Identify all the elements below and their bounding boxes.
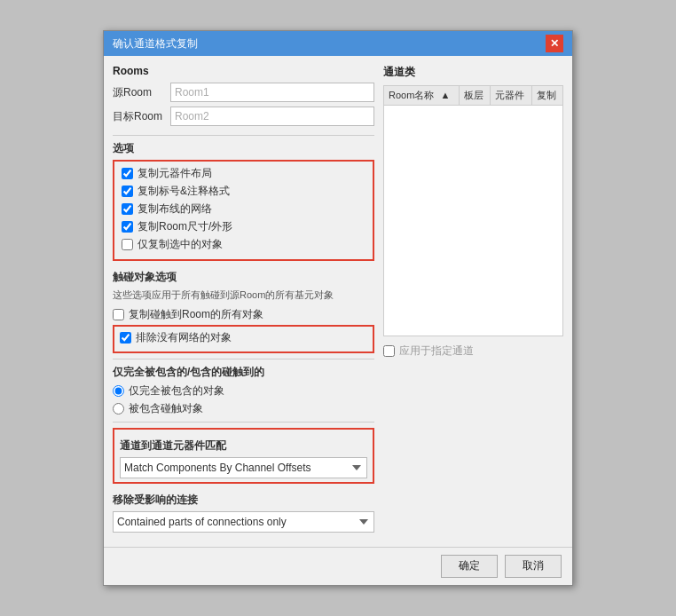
channel-match-dropdown-row: Match Components By Channel Offsets Matc… bbox=[120, 457, 367, 478]
left-panel: Rooms 源Room 目标Room 选项 复制元器件布局 bbox=[113, 65, 374, 537]
source-room-label: 源Room bbox=[113, 85, 170, 100]
options-title: 选项 bbox=[113, 141, 374, 156]
remove-title: 移除受影响的连接 bbox=[113, 493, 374, 508]
exclude-no-net-box: 排除没有网络的对象 bbox=[113, 325, 374, 353]
option-1-checkbox[interactable] bbox=[122, 168, 133, 179]
copy-all-label: 复制碰触到Room的所有对象 bbox=[129, 307, 263, 322]
option-2-checkbox[interactable] bbox=[122, 186, 133, 197]
touch-options-title: 触碰对象选项 bbox=[113, 270, 374, 285]
col-room-name[interactable]: Room名称 ▲ bbox=[384, 86, 460, 106]
option-2-label: 复制标号&注释格式 bbox=[138, 184, 230, 199]
empty-row bbox=[384, 106, 563, 336]
divider-1 bbox=[113, 135, 374, 136]
apply-label: 应用于指定通道 bbox=[399, 344, 474, 359]
touch-contained-row: 被包含碰触对象 bbox=[113, 401, 374, 416]
divider-3 bbox=[113, 422, 374, 423]
touch-options-desc: 这些选项应用于所有触碰到源Room的所有基元对象 bbox=[113, 288, 374, 302]
channel-type-title: 通道类 bbox=[383, 65, 563, 80]
col-room-name-text: Room名称 bbox=[389, 90, 434, 100]
option-4-label: 复制Room尺寸/外形 bbox=[138, 219, 232, 234]
dialog-title: 确认通道格式复制 bbox=[113, 36, 198, 51]
option-3-checkbox[interactable] bbox=[122, 203, 133, 215]
target-room-label: 目标Room bbox=[113, 109, 170, 124]
option-2-row: 复制标号&注释格式 bbox=[122, 184, 366, 199]
col-copy[interactable]: 复制 bbox=[531, 86, 562, 106]
copy-all-checkbox[interactable] bbox=[113, 309, 124, 320]
option-3-row: 复制布线的网络 bbox=[122, 201, 366, 217]
rooms-title: Rooms bbox=[113, 65, 374, 77]
sort-icon: ▲ bbox=[440, 90, 450, 100]
titlebar: 确认通道格式复制 ✕ bbox=[104, 31, 572, 56]
col-component-text: 元器件 bbox=[495, 90, 524, 100]
options-box: 复制元器件布局 复制标号&注释格式 复制布线的网络 复制Room尺寸/外形 bbox=[113, 160, 374, 261]
col-component[interactable]: 元器件 bbox=[491, 86, 532, 106]
dialog: 确认通道格式复制 ✕ Rooms 源Room 目标Room 选项 bbox=[103, 30, 573, 585]
source-room-row: 源Room bbox=[113, 83, 374, 102]
col-layer[interactable]: 板层 bbox=[460, 86, 491, 106]
channel-match-dropdown[interactable]: Match Components By Channel Offsets Matc… bbox=[120, 457, 367, 478]
fully-contained-row: 仅完全被包含的对象 bbox=[113, 383, 374, 399]
rooms-section: Rooms 源Room 目标Room bbox=[113, 65, 374, 126]
contained-section: 仅完全被包含的/包含的碰触到的 仅完全被包含的对象 被包含碰触对象 bbox=[113, 365, 374, 416]
cancel-button[interactable]: 取消 bbox=[505, 555, 562, 578]
option-5-row: 仅复制选中的对象 bbox=[122, 237, 366, 252]
col-copy-text: 复制 bbox=[537, 90, 556, 100]
apply-checkbox[interactable] bbox=[383, 345, 395, 357]
option-5-checkbox[interactable] bbox=[122, 239, 133, 250]
target-room-input[interactable] bbox=[170, 107, 374, 126]
option-4-row: 复制Room尺寸/外形 bbox=[122, 219, 366, 234]
channel-match-section: 通道到通道元器件匹配 Match Components By Channel O… bbox=[113, 428, 374, 484]
close-button[interactable]: ✕ bbox=[546, 35, 563, 52]
divider-2 bbox=[113, 359, 374, 359]
option-1-row: 复制元器件布局 bbox=[122, 166, 366, 181]
options-section: 选项 复制元器件布局 复制标号&注释格式 复制布线的网络 bbox=[113, 141, 374, 261]
touch-contained-label: 被包含碰触对象 bbox=[129, 401, 203, 416]
remove-section: 移除受影响的连接 Contained parts of connections … bbox=[113, 493, 374, 533]
exclude-no-net-checkbox[interactable] bbox=[120, 332, 131, 344]
col-layer-text: 板层 bbox=[464, 90, 483, 100]
channel-table: Room名称 ▲ 板层 元器件 复制 bbox=[383, 85, 563, 336]
remove-dropdown[interactable]: Contained parts of connections only All … bbox=[113, 511, 374, 533]
right-panel: 通道类 Room名称 ▲ 板层 元器件 bbox=[383, 65, 563, 537]
source-room-input[interactable] bbox=[170, 83, 374, 102]
channel-match-box: 通道到通道元器件匹配 Match Components By Channel O… bbox=[113, 428, 374, 484]
copy-all-row: 复制碰触到Room的所有对象 bbox=[113, 307, 374, 322]
option-4-checkbox[interactable] bbox=[122, 221, 133, 233]
touch-options-section: 触碰对象选项 这些选项应用于所有触碰到源Room的所有基元对象 复制碰触到Roo… bbox=[113, 270, 374, 352]
dialog-body: Rooms 源Room 目标Room 选项 复制元器件布局 bbox=[104, 56, 572, 546]
apply-row: 应用于指定通道 bbox=[383, 344, 563, 359]
channel-match-title: 通道到通道元器件匹配 bbox=[120, 438, 367, 454]
exclude-no-net-row: 排除没有网络的对象 bbox=[120, 330, 367, 345]
ok-button[interactable]: 确定 bbox=[441, 555, 498, 578]
target-room-row: 目标Room bbox=[113, 107, 374, 126]
option-5-label: 仅复制选中的对象 bbox=[138, 237, 223, 252]
option-1-label: 复制元器件布局 bbox=[138, 166, 212, 181]
touch-contained-radio[interactable] bbox=[113, 403, 124, 415]
option-3-label: 复制布线的网络 bbox=[138, 201, 212, 217]
remove-dropdown-row: Contained parts of connections only All … bbox=[113, 511, 374, 533]
fully-contained-radio[interactable] bbox=[113, 385, 124, 397]
fully-contained-label: 仅完全被包含的对象 bbox=[129, 383, 224, 399]
exclude-no-net-label: 排除没有网络的对象 bbox=[136, 330, 232, 345]
dialog-footer: 确定 取消 bbox=[104, 547, 572, 585]
contained-title: 仅完全被包含的/包含的碰触到的 bbox=[113, 365, 374, 380]
